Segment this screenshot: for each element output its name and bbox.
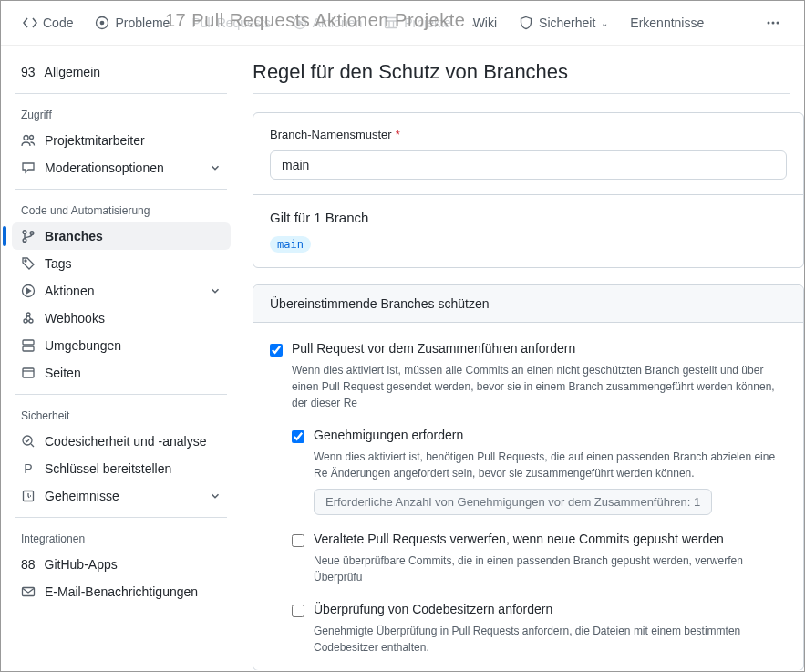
- sidebar-secrets-label: Geheimnisse: [45, 489, 119, 503]
- shield-icon: [519, 16, 533, 30]
- tab-pullrequests-label: Pull Requests: [191, 16, 270, 30]
- general-count: 93: [21, 65, 36, 79]
- svg-point-8: [30, 136, 34, 140]
- codeowners-label: Überprüfung von Codebesitzern anfordern: [314, 602, 552, 616]
- sidebar-tags-label: Tags: [45, 256, 72, 271]
- section-access: Zugriff: [12, 101, 231, 127]
- require-pr-desc: Wenn dies aktiviert ist, müssen alle Com…: [292, 362, 787, 411]
- required-reviews-selector[interactable]: Erforderliche Anzahl von Genehmigungen v…: [314, 489, 712, 515]
- main-content: Regel für den Schutz von Branches Branch…: [238, 46, 804, 670]
- branch-pattern-input[interactable]: [270, 150, 787, 180]
- tab-pullrequests[interactable]: Pull Requests: [184, 12, 277, 34]
- tab-security[interactable]: Sicherheit ⌄: [511, 12, 615, 34]
- sidebar-pages-label: Seiten: [45, 366, 81, 380]
- divider: [15, 189, 227, 190]
- require-approvals-desc: Wenn dies aktiviert ist, benötigen Pull …: [314, 449, 787, 481]
- mail-icon: [21, 584, 36, 599]
- project-icon: [384, 16, 398, 30]
- require-pr-label: Pull Request vor dem Zusammenführen anfo…: [292, 341, 575, 356]
- required-asterisk: *: [396, 128, 400, 141]
- require-approvals-checkbox[interactable]: [292, 430, 304, 443]
- svg-point-5: [772, 22, 775, 25]
- svg-point-15: [29, 319, 33, 323]
- divider: [15, 394, 227, 395]
- codeowners-checkbox[interactable]: [292, 605, 304, 617]
- sidebar-item-codesecurity[interactable]: Codesicherheit und -analyse: [12, 428, 231, 455]
- svg-rect-3: [386, 18, 397, 28]
- sidebar-general-label: Allgemein: [45, 65, 100, 79]
- settings-sidebar: 93 Allgemein Zugriff Projektmitarbeiter …: [1, 46, 238, 670]
- apps-count: 88: [21, 557, 36, 572]
- tab-code[interactable]: Code: [15, 12, 80, 34]
- sidebar-webhooks-label: Webhooks: [45, 311, 105, 326]
- sidebar-item-secrets[interactable]: Geheimnisse: [12, 482, 231, 510]
- section-integrations: Integrationen: [12, 525, 231, 551]
- tab-insights-label: Erkenntnisse: [630, 16, 704, 30]
- chevron-down-icon: [209, 490, 222, 502]
- tab-wiki[interactable]: Wiki: [466, 12, 504, 34]
- svg-point-20: [23, 436, 32, 445]
- svg-point-6: [777, 22, 779, 25]
- play-circle-icon: [21, 284, 36, 298]
- sidebar-item-pages[interactable]: Seiten: [12, 359, 231, 387]
- section-codeauto: Code und Automatisierung: [12, 197, 231, 222]
- sidebar-item-collaborators[interactable]: Projektmitarbeiter: [12, 127, 231, 154]
- tab-projects[interactable]: Projekte: [377, 12, 458, 34]
- code-icon: [23, 16, 37, 30]
- svg-point-10: [23, 239, 26, 243]
- comment-icon: [21, 160, 36, 175]
- svg-point-4: [768, 22, 770, 25]
- sidebar-item-moderation[interactable]: Moderationsoptionen: [12, 154, 231, 181]
- people-icon: [21, 133, 36, 148]
- server-icon: [21, 338, 36, 353]
- require-pr-checkbox[interactable]: [270, 344, 283, 357]
- divider: [15, 93, 227, 94]
- sidebar-item-actions[interactable]: Aktionen: [12, 277, 231, 305]
- sidebar-apps-label: GitHub-Apps: [45, 557, 118, 572]
- codeowners-desc: Genehmigte Überprüfung in Pull Requests …: [314, 623, 787, 656]
- sidebar-environments-label: Umgebungen: [45, 338, 121, 353]
- protect-header: Übereinstimmende Branches schützen: [253, 285, 803, 323]
- sidebar-item-environments[interactable]: Umgebungen: [12, 332, 231, 359]
- dismiss-stale-checkbox[interactable]: [292, 534, 304, 547]
- settings-container: 93 Allgemein Zugriff Projektmitarbeiter …: [1, 46, 804, 670]
- tab-issues[interactable]: Probleme: [88, 12, 177, 34]
- svg-rect-17: [23, 340, 34, 345]
- kebab-icon: [766, 16, 780, 30]
- sidebar-item-apps[interactable]: 88 GitHub-Apps: [12, 551, 231, 578]
- overflow-menu[interactable]: [757, 12, 790, 34]
- svg-point-11: [30, 232, 34, 235]
- divider: [15, 517, 227, 518]
- sidebar-item-email[interactable]: E-Mail-Benachrichtigungen: [12, 578, 231, 605]
- sidebar-item-tags[interactable]: Tags: [12, 250, 231, 277]
- svg-rect-19: [23, 368, 34, 377]
- tab-issues-label: Probleme: [115, 16, 170, 30]
- svg-point-14: [24, 319, 27, 323]
- svg-point-12: [25, 260, 26, 262]
- require-approvals-label: Genehmigungen erfordern: [314, 428, 463, 442]
- svg-rect-18: [23, 346, 34, 351]
- pattern-label: Branch-Namensmuster *: [270, 128, 787, 141]
- webhook-icon: [21, 311, 36, 326]
- svg-point-1: [101, 21, 104, 24]
- issue-icon: [95, 16, 109, 30]
- sidebar-branches-label: Branches: [45, 229, 103, 243]
- tab-insights[interactable]: Erkenntnisse: [623, 12, 711, 34]
- secrets-icon: [21, 489, 36, 503]
- sidebar-item-general[interactable]: 93 Allgemein: [12, 58, 231, 86]
- protect-panel: Übereinstimmende Branches schützen Pull …: [253, 284, 804, 670]
- chevron-down-icon: [209, 284, 222, 297]
- page-title: Regel für den Schutz von Branches: [253, 60, 790, 94]
- tab-projects-label: Projekte: [404, 16, 450, 30]
- applies-to-text: Gilt für 1 Branch: [270, 210, 787, 225]
- sidebar-collab-label: Projektmitarbeiter: [45, 133, 145, 148]
- svg-point-9: [23, 231, 26, 234]
- sidebar-item-branches[interactable]: Branches: [12, 222, 231, 250]
- sidebar-codesec-label: Codesicherheit und -analyse: [45, 434, 206, 449]
- svg-point-7: [24, 136, 28, 140]
- tab-code-label: Code: [43, 16, 73, 30]
- sidebar-item-webhooks[interactable]: Webhooks: [12, 305, 231, 332]
- tab-actions[interactable]: Aktionen: [285, 12, 369, 34]
- tag-icon: [21, 256, 36, 271]
- sidebar-item-deploykeys[interactable]: P Schlüssel bereitstellen: [12, 455, 231, 482]
